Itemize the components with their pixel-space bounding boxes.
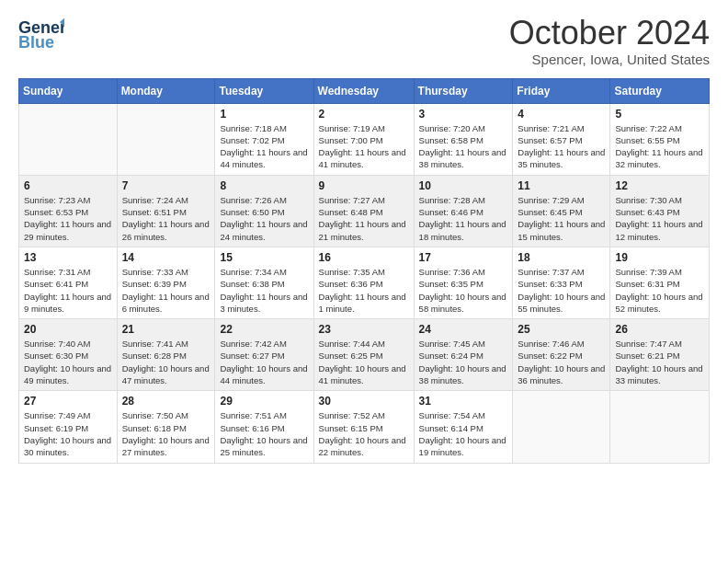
day-info: Sunrise: 7:20 AMSunset: 6:58 PMDaylight:… — [419, 122, 508, 171]
day-number: 13 — [24, 251, 112, 264]
day-info: Sunrise: 7:33 AMSunset: 6:39 PMDaylight:… — [122, 266, 210, 315]
day-info: Sunrise: 7:27 AMSunset: 6:48 PMDaylight:… — [319, 194, 409, 243]
day-info: Sunrise: 7:34 AMSunset: 6:38 PMDaylight:… — [220, 266, 308, 315]
col-saturday: Saturday — [610, 78, 710, 103]
day-info: Sunrise: 7:29 AMSunset: 6:45 PMDaylight:… — [518, 194, 605, 243]
table-row: 31Sunrise: 7:54 AMSunset: 6:14 PMDayligh… — [414, 391, 513, 463]
day-info: Sunrise: 7:30 AMSunset: 6:43 PMDaylight:… — [615, 194, 704, 243]
table-row: 10Sunrise: 7:28 AMSunset: 6:46 PMDayligh… — [414, 175, 513, 247]
day-info: Sunrise: 7:51 AMSunset: 6:16 PMDaylight:… — [220, 409, 308, 458]
table-row: 2Sunrise: 7:19 AMSunset: 7:00 PMDaylight… — [313, 103, 414, 175]
calendar-header-row: Sunday Monday Tuesday Wednesday Thursday… — [19, 78, 710, 103]
day-info: Sunrise: 7:21 AMSunset: 6:57 PMDaylight:… — [518, 122, 605, 171]
day-info: Sunrise: 7:45 AMSunset: 6:24 PMDaylight:… — [419, 338, 508, 386]
day-number: 31 — [419, 395, 508, 408]
table-row: 15Sunrise: 7:34 AMSunset: 6:38 PMDayligh… — [215, 247, 313, 318]
day-number: 24 — [419, 323, 508, 336]
day-number: 18 — [518, 251, 605, 264]
table-row: 5Sunrise: 7:22 AMSunset: 6:55 PMDaylight… — [610, 103, 710, 175]
day-info: Sunrise: 7:35 AMSunset: 6:36 PMDaylight:… — [319, 266, 409, 315]
day-info: Sunrise: 7:23 AMSunset: 6:53 PMDaylight:… — [24, 194, 112, 243]
day-number: 8 — [220, 179, 308, 192]
day-info: Sunrise: 7:37 AMSunset: 6:33 PMDaylight:… — [518, 266, 605, 315]
day-number: 16 — [319, 251, 409, 264]
col-thursday: Thursday — [414, 78, 513, 103]
month-title: October 2024 — [509, 15, 710, 52]
table-row: 22Sunrise: 7:42 AMSunset: 6:27 PMDayligh… — [215, 319, 313, 391]
day-number: 15 — [220, 251, 308, 264]
calendar-week-row: 20Sunrise: 7:40 AMSunset: 6:30 PMDayligh… — [19, 319, 710, 391]
day-info: Sunrise: 7:50 AMSunset: 6:18 PMDaylight:… — [122, 409, 210, 458]
day-number: 26 — [615, 323, 704, 336]
day-info: Sunrise: 7:36 AMSunset: 6:35 PMDaylight:… — [419, 266, 508, 315]
table-row: 28Sunrise: 7:50 AMSunset: 6:18 PMDayligh… — [117, 391, 215, 463]
day-number: 10 — [419, 179, 508, 192]
table-row: 20Sunrise: 7:40 AMSunset: 6:30 PMDayligh… — [19, 319, 118, 391]
day-number: 29 — [220, 395, 308, 408]
day-number: 25 — [518, 323, 605, 336]
day-info: Sunrise: 7:24 AMSunset: 6:51 PMDaylight:… — [122, 194, 210, 243]
day-info: Sunrise: 7:41 AMSunset: 6:28 PMDaylight:… — [122, 338, 210, 386]
table-row: 9Sunrise: 7:27 AMSunset: 6:48 PMDaylight… — [313, 175, 414, 247]
table-row: 11Sunrise: 7:29 AMSunset: 6:45 PMDayligh… — [513, 175, 610, 247]
col-sunday: Sunday — [19, 78, 118, 103]
col-wednesday: Wednesday — [313, 78, 414, 103]
day-info: Sunrise: 7:40 AMSunset: 6:30 PMDaylight:… — [24, 338, 112, 386]
day-info: Sunrise: 7:39 AMSunset: 6:31 PMDaylight:… — [615, 266, 704, 315]
logo-icon: General Blue — [18, 15, 64, 52]
table-row: 12Sunrise: 7:30 AMSunset: 6:43 PMDayligh… — [610, 175, 710, 247]
day-info: Sunrise: 7:49 AMSunset: 6:19 PMDaylight:… — [24, 409, 112, 458]
day-number: 28 — [122, 395, 210, 408]
day-number: 30 — [319, 395, 409, 408]
table-row: 26Sunrise: 7:47 AMSunset: 6:21 PMDayligh… — [610, 319, 710, 391]
day-number: 4 — [518, 108, 605, 121]
day-info: Sunrise: 7:26 AMSunset: 6:50 PMDaylight:… — [220, 194, 308, 243]
calendar-week-row: 6Sunrise: 7:23 AMSunset: 6:53 PMDaylight… — [19, 175, 710, 247]
location-subtitle: Spencer, Iowa, United States — [509, 52, 710, 67]
day-info: Sunrise: 7:46 AMSunset: 6:22 PMDaylight:… — [518, 338, 605, 386]
table-row: 21Sunrise: 7:41 AMSunset: 6:28 PMDayligh… — [117, 319, 215, 391]
table-row: 16Sunrise: 7:35 AMSunset: 6:36 PMDayligh… — [313, 247, 414, 318]
table-row: 23Sunrise: 7:44 AMSunset: 6:25 PMDayligh… — [313, 319, 414, 391]
day-number: 27 — [24, 395, 112, 408]
table-row: 1Sunrise: 7:18 AMSunset: 7:02 PMDaylight… — [215, 103, 313, 175]
day-info: Sunrise: 7:28 AMSunset: 6:46 PMDaylight:… — [419, 194, 508, 243]
table-row: 30Sunrise: 7:52 AMSunset: 6:15 PMDayligh… — [313, 391, 414, 463]
day-number: 9 — [319, 179, 409, 192]
table-row — [117, 103, 215, 175]
day-info: Sunrise: 7:18 AMSunset: 7:02 PMDaylight:… — [220, 122, 308, 171]
table-row: 29Sunrise: 7:51 AMSunset: 6:16 PMDayligh… — [215, 391, 313, 463]
table-row: 18Sunrise: 7:37 AMSunset: 6:33 PMDayligh… — [513, 247, 610, 318]
col-friday: Friday — [513, 78, 610, 103]
table-row: 17Sunrise: 7:36 AMSunset: 6:35 PMDayligh… — [414, 247, 513, 318]
table-row: 6Sunrise: 7:23 AMSunset: 6:53 PMDaylight… — [19, 175, 118, 247]
day-number: 19 — [615, 251, 704, 264]
day-number: 6 — [24, 179, 112, 192]
calendar-week-row: 1Sunrise: 7:18 AMSunset: 7:02 PMDaylight… — [19, 103, 710, 175]
table-row: 3Sunrise: 7:20 AMSunset: 6:58 PMDaylight… — [414, 103, 513, 175]
day-number: 11 — [518, 179, 605, 192]
day-info: Sunrise: 7:19 AMSunset: 7:00 PMDaylight:… — [319, 122, 409, 171]
day-info: Sunrise: 7:54 AMSunset: 6:14 PMDaylight:… — [419, 409, 508, 458]
svg-text:Blue: Blue — [18, 33, 54, 52]
day-number: 3 — [419, 108, 508, 121]
table-row: 8Sunrise: 7:26 AMSunset: 6:50 PMDaylight… — [215, 175, 313, 247]
day-number: 5 — [615, 108, 704, 121]
page: General Blue October 2024 Spencer, Iowa,… — [0, 0, 728, 563]
table-row: 24Sunrise: 7:45 AMSunset: 6:24 PMDayligh… — [414, 319, 513, 391]
table-row — [513, 391, 610, 463]
day-number: 7 — [122, 179, 210, 192]
table-row — [19, 103, 118, 175]
table-row: 19Sunrise: 7:39 AMSunset: 6:31 PMDayligh… — [610, 247, 710, 318]
calendar-table: Sunday Monday Tuesday Wednesday Thursday… — [18, 78, 710, 464]
day-number: 21 — [122, 323, 210, 336]
day-number: 22 — [220, 323, 308, 336]
table-row: 7Sunrise: 7:24 AMSunset: 6:51 PMDaylight… — [117, 175, 215, 247]
day-number: 20 — [24, 323, 112, 336]
day-info: Sunrise: 7:42 AMSunset: 6:27 PMDaylight:… — [220, 338, 308, 386]
calendar-week-row: 13Sunrise: 7:31 AMSunset: 6:41 PMDayligh… — [19, 247, 710, 318]
day-number: 12 — [615, 179, 704, 192]
col-tuesday: Tuesday — [215, 78, 313, 103]
header: General Blue October 2024 Spencer, Iowa,… — [18, 15, 710, 67]
day-info: Sunrise: 7:52 AMSunset: 6:15 PMDaylight:… — [319, 409, 409, 458]
